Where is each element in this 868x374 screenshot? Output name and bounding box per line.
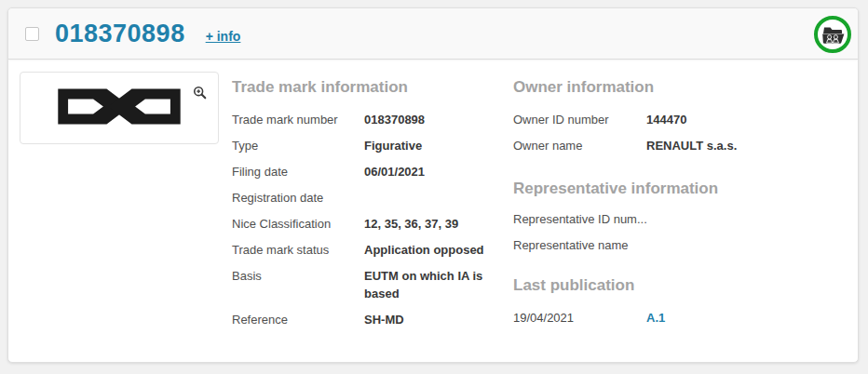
result-body: Trade mark information Trade mark number… (8, 60, 858, 337)
zoom-image-icon[interactable] (193, 86, 207, 100)
field-value: 018370898 (364, 111, 425, 128)
owner-info-title: Owner information (513, 77, 848, 98)
field-label: Owner name (513, 137, 646, 154)
field-label: Type (232, 137, 364, 154)
field-value: RENAULT s.a.s. (646, 137, 737, 154)
field-label: Representative ID num... (513, 210, 646, 228)
field-label: Reference (232, 311, 364, 328)
table-row: Representative name (513, 236, 848, 254)
field-value: Figurative (364, 137, 422, 154)
search-result-card: 018370898 + info (7, 7, 859, 363)
field-label: Nice Classification (232, 215, 364, 233)
publication-section-link[interactable]: A.1 (646, 309, 665, 327)
opposition-status-icon[interactable] (812, 14, 853, 55)
field-label: Trade mark number (232, 111, 364, 128)
field-label: Filing date (232, 163, 364, 180)
field-label: Owner ID number (513, 111, 646, 128)
table-row: Owner ID number 144470 (513, 111, 848, 128)
field-label: Registration date (232, 189, 364, 207)
table-row: Type Figurative (232, 137, 513, 154)
field-value: SH-MD (364, 311, 404, 328)
field-label: Representative name (513, 236, 646, 254)
table-row: Representative ID num... (513, 210, 848, 228)
more-info-link[interactable]: + info (206, 29, 241, 44)
table-row: Trade mark number 018370898 (232, 111, 513, 128)
table-row: Owner name RENAULT s.a.s. (513, 137, 848, 154)
field-label: Basis (232, 267, 364, 302)
trademark-number-link[interactable]: 018370898 (55, 20, 185, 48)
table-row: Reference SH-MD (232, 311, 513, 328)
table-row: Nice Classification 12, 35, 36, 37, 39 (232, 215, 513, 233)
trademark-info-section: Trade mark information Trade mark number… (232, 72, 513, 337)
field-value: 144470 (646, 111, 686, 128)
field-value: 12, 35, 36, 37, 39 (364, 215, 458, 233)
result-header: 018370898 + info (8, 8, 858, 60)
dacia-emblem-image (56, 86, 183, 131)
publication-date: 19/04/2021 (513, 309, 646, 327)
field-value: 06/01/2021 (364, 163, 425, 180)
field-label: Trade mark status (232, 241, 364, 259)
last-publication-title: Last publication (513, 275, 848, 296)
trademark-image[interactable] (20, 72, 219, 144)
representative-info-title: Representative information (513, 179, 848, 199)
table-row: Trade mark status Application opposed (232, 241, 513, 259)
select-result-checkbox[interactable] (25, 27, 39, 41)
field-value: Application opposed (364, 241, 484, 259)
table-row: Basis EUTM on which IA is based (232, 267, 513, 302)
trademark-info-title: Trade mark information (232, 77, 513, 98)
field-value: EUTM on which IA is based (364, 267, 506, 302)
owner-info-section: Owner information Owner ID number 144470… (513, 72, 848, 337)
publication-row: 19/04/2021 A.1 (513, 309, 848, 327)
table-row: Registration date (232, 189, 513, 207)
table-row: Filing date 06/01/2021 (232, 163, 513, 180)
